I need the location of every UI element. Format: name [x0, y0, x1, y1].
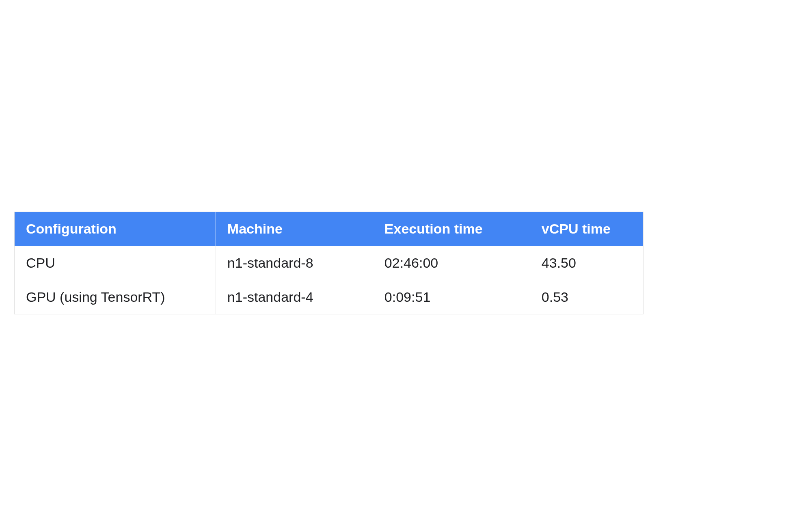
- cell-execution-time: 02:46:00: [373, 246, 530, 280]
- cell-vcpu-time: 0.53: [530, 280, 643, 314]
- cell-configuration: CPU: [15, 246, 216, 280]
- header-vcpu-time: vCPU time: [530, 212, 643, 246]
- cell-execution-time: 0:09:51: [373, 280, 530, 314]
- header-configuration: Configuration: [15, 212, 216, 246]
- benchmark-table-container: Configuration Machine Execution time vCP…: [14, 212, 644, 314]
- header-machine: Machine: [216, 212, 373, 246]
- cell-machine: n1-standard-4: [216, 280, 373, 314]
- table-row: CPU n1-standard-8 02:46:00 43.50: [15, 246, 643, 280]
- benchmark-table: Configuration Machine Execution time vCP…: [15, 212, 643, 314]
- cell-machine: n1-standard-8: [216, 246, 373, 280]
- table-header-row: Configuration Machine Execution time vCP…: [15, 212, 643, 246]
- cell-configuration: GPU (using TensorRT): [15, 280, 216, 314]
- header-execution-time: Execution time: [373, 212, 530, 246]
- table-row: GPU (using TensorRT) n1-standard-4 0:09:…: [15, 280, 643, 314]
- cell-vcpu-time: 43.50: [530, 246, 643, 280]
